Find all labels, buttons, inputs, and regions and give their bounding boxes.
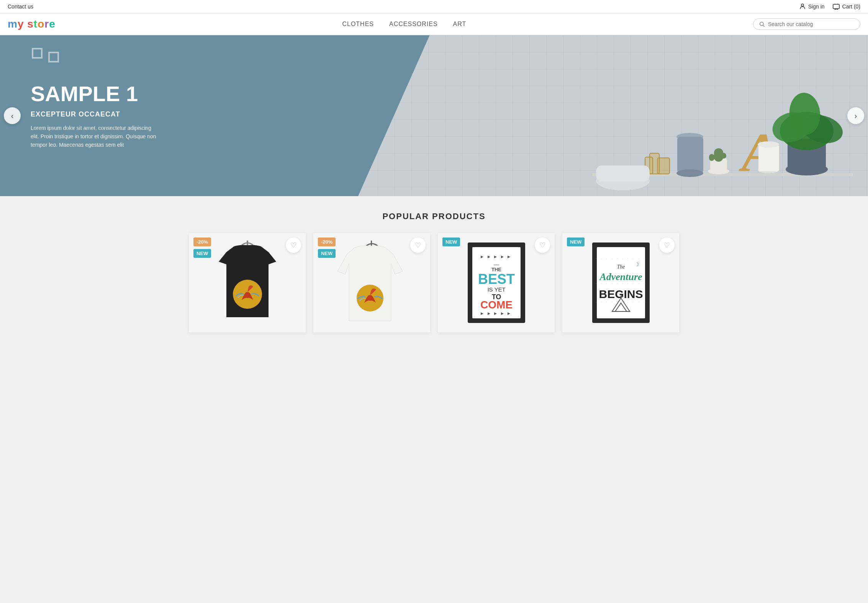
hero-title: SAMPLE 1 [31, 82, 447, 106]
svg-rect-26 [758, 144, 779, 171]
hero-decor-svg: A [592, 51, 853, 196]
wishlist-btn-2[interactable]: ♡ [410, 238, 426, 253]
svg-text:COME: COME [480, 299, 513, 311]
product-poster-adventure-svg: · · · · · · · · · · The ☽ Adventure · · … [588, 239, 653, 327]
svg-point-0 [801, 4, 804, 6]
nav-art[interactable]: ART [453, 21, 467, 28]
header: my store CLOTHES ACCESSORIES ART [0, 13, 868, 35]
logo-s: s [27, 18, 34, 30]
product-image-2: -20% NEW ♡ [313, 233, 430, 333]
svg-rect-18 [721, 153, 726, 159]
hero-sq-2 [48, 52, 59, 62]
logo-r: r [44, 18, 49, 30]
svg-point-4 [760, 22, 763, 26]
top-bar: Contact us Sign in Cart (0) [0, 0, 868, 13]
svg-text:▶ ▶ ▶ ▶ ▶: ▶ ▶ ▶ ▶ ▶ [481, 311, 512, 315]
product-card-3[interactable]: NEW ♡ ▶ ▶ ▶ ▶ ▶ — THE BEST IS YET T [438, 233, 555, 333]
contact-link[interactable]: Contact us [8, 3, 33, 10]
badge-new-2: NEW [318, 249, 336, 258]
nav-accessories[interactable]: ACCESSORIES [389, 21, 438, 28]
product-shirt-white-svg [336, 241, 408, 325]
svg-point-21 [676, 169, 703, 177]
svg-text:· · · · · · · · · ·: · · · · · · · · · · [596, 257, 646, 260]
svg-rect-29 [596, 165, 650, 182]
product-card-4[interactable]: NEW ♡ · · · · · · · · · · The ☽ Adventur… [562, 233, 679, 333]
badge-discount-1: -20% [193, 238, 211, 246]
svg-text:· · · · · · · · · ·: · · · · · · · · · · [596, 282, 646, 285]
svg-point-27 [758, 141, 779, 147]
hero-sq-1 [32, 48, 43, 59]
search-bar[interactable] [753, 18, 860, 30]
svg-text:Adventure: Adventure [599, 271, 642, 282]
hero-next-button[interactable]: › [847, 107, 864, 124]
wishlist-btn-4[interactable]: ♡ [659, 238, 675, 253]
hero-icon [31, 47, 58, 61]
search-input[interactable] [768, 21, 855, 27]
svg-text:☽: ☽ [634, 261, 639, 267]
signin-label: Sign in [808, 3, 825, 10]
hero-subtitle: EXCEPTEUR OCCAECAT [31, 110, 447, 118]
wishlist-btn-3[interactable]: ♡ [535, 238, 550, 253]
product-image-4: NEW ♡ · · · · · · · · · · The ☽ Adventur… [562, 233, 679, 333]
cart-link[interactable]: Cart (0) [832, 3, 860, 10]
logo-m: m [8, 18, 18, 30]
svg-point-2 [835, 8, 835, 9]
person-icon [799, 3, 806, 10]
svg-text:The: The [617, 264, 625, 270]
svg-rect-17 [709, 154, 714, 161]
top-bar-right: Sign in Cart (0) [799, 3, 860, 10]
badge-new-1: NEW [193, 249, 211, 258]
products-grid: -20% NEW ♡ [189, 233, 679, 333]
search-icon [759, 21, 765, 27]
svg-rect-1 [833, 4, 839, 8]
svg-text:IS YET: IS YET [487, 286, 505, 293]
badge-new-3: NEW [442, 238, 460, 246]
logo[interactable]: my store [8, 18, 56, 30]
chevron-right-icon: › [855, 111, 857, 120]
section-title: POPULAR PRODUCTS [8, 211, 860, 221]
products-section: POPULAR PRODUCTS -20% NEW ♡ [0, 196, 868, 348]
logo-o: o [38, 18, 44, 30]
product-image-1: -20% NEW ♡ [189, 233, 306, 333]
product-tshirt-black-svg [213, 241, 282, 325]
product-card-2[interactable]: -20% NEW ♡ [313, 233, 430, 333]
badge-discount-2: -20% [318, 238, 336, 246]
logo-y: y [18, 18, 24, 30]
badge-new-4: NEW [567, 238, 585, 246]
hero-body: Lorem ipsum dolor sit amet, consectetur … [31, 124, 161, 149]
cart-label: Cart (0) [842, 3, 860, 10]
svg-point-3 [837, 8, 837, 9]
svg-rect-20 [677, 137, 703, 173]
contact-label: Contact us [8, 3, 33, 10]
hero-banner: A SAM [0, 35, 868, 196]
product-image-3: NEW ♡ ▶ ▶ ▶ ▶ ▶ — THE BEST IS YET T [438, 233, 555, 333]
hero-prev-button[interactable]: ‹ [4, 107, 21, 124]
nav-clothes[interactable]: CLOTHES [342, 21, 374, 28]
signin-link[interactable]: Sign in [799, 3, 825, 10]
logo-e: e [49, 18, 56, 30]
svg-line-5 [763, 25, 765, 27]
svg-text:▶ ▶ ▶ ▶ ▶: ▶ ▶ ▶ ▶ ▶ [481, 255, 512, 259]
svg-text:BEST: BEST [478, 271, 514, 287]
cart-icon [832, 3, 840, 10]
product-poster-best-svg: ▶ ▶ ▶ ▶ ▶ — THE BEST IS YET TO COME ▶ ▶ … [464, 239, 529, 327]
product-card-1[interactable]: -20% NEW ♡ [189, 233, 306, 333]
nav: CLOTHES ACCESSORIES ART [342, 21, 466, 28]
chevron-left-icon: ‹ [11, 111, 14, 120]
logo-t: t [34, 18, 38, 30]
wishlist-btn-1[interactable]: ♡ [286, 238, 301, 253]
